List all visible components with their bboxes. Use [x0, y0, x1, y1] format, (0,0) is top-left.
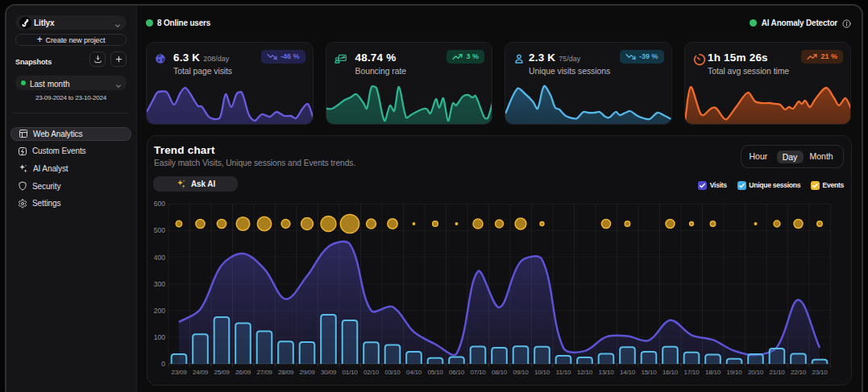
svg-text:600: 600 — [154, 200, 166, 208]
svg-text:500: 500 — [154, 226, 166, 234]
svg-text:07/10: 07/10 — [470, 369, 486, 376]
svg-text:27/09: 27/09 — [256, 369, 272, 376]
svg-text:0: 0 — [161, 360, 165, 368]
svg-text:29/09: 29/09 — [299, 369, 315, 376]
svg-text:06/10: 06/10 — [449, 369, 465, 376]
svg-text:28/09: 28/09 — [278, 369, 294, 376]
svg-text:25/09: 25/09 — [214, 369, 230, 376]
svg-text:21/10: 21/10 — [769, 369, 785, 376]
svg-text:16/10: 16/10 — [662, 369, 679, 376]
svg-text:09/10: 09/10 — [513, 369, 529, 376]
svg-text:17/10: 17/10 — [683, 369, 700, 376]
svg-text:05/10: 05/10 — [427, 369, 443, 376]
svg-text:20/10: 20/10 — [748, 369, 764, 376]
svg-text:22/10: 22/10 — [791, 369, 807, 376]
svg-text:23/09: 23/09 — [171, 369, 187, 376]
svg-text:01/10: 01/10 — [342, 369, 358, 376]
svg-text:26/09: 26/09 — [235, 369, 251, 376]
svg-text:24/09: 24/09 — [193, 369, 209, 376]
svg-text:08/10: 08/10 — [492, 369, 508, 376]
svg-text:100: 100 — [154, 333, 166, 341]
svg-text:200: 200 — [154, 307, 166, 315]
svg-text:15/10: 15/10 — [641, 369, 657, 376]
svg-text:18/10: 18/10 — [705, 369, 721, 376]
svg-text:12/10: 12/10 — [577, 369, 593, 376]
svg-text:400: 400 — [154, 254, 166, 262]
svg-text:19/10: 19/10 — [726, 369, 742, 376]
svg-text:03/10: 03/10 — [384, 369, 401, 376]
svg-text:13/10: 13/10 — [598, 369, 614, 376]
svg-text:10/10: 10/10 — [534, 369, 550, 376]
svg-text:14/10: 14/10 — [620, 369, 636, 376]
svg-text:02/10: 02/10 — [363, 369, 380, 376]
svg-text:300: 300 — [154, 280, 166, 288]
svg-text:04/10: 04/10 — [406, 369, 422, 376]
svg-text:11/10: 11/10 — [556, 369, 571, 376]
svg-text:23/10: 23/10 — [812, 369, 828, 376]
svg-text:30/09: 30/09 — [321, 369, 337, 376]
